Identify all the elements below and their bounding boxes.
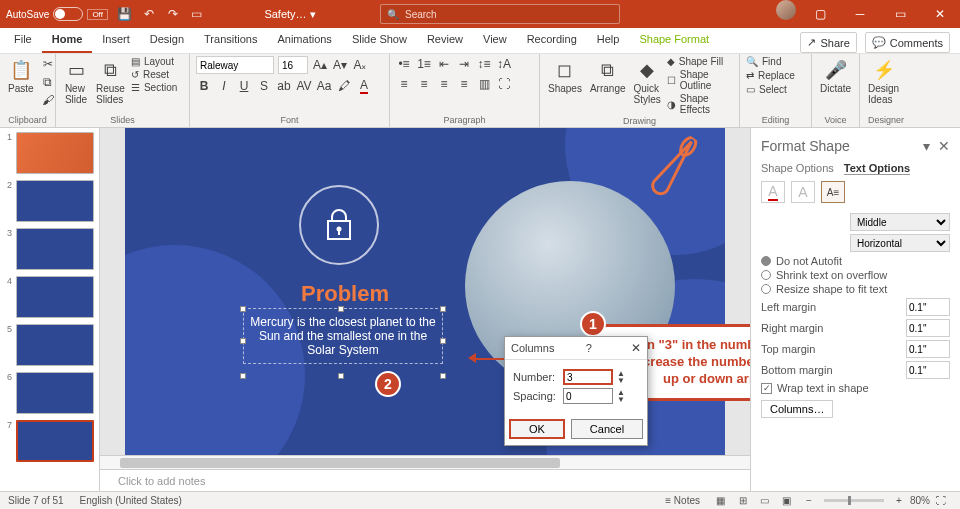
tab-design[interactable]: Design <box>140 28 194 53</box>
line-spacing-icon[interactable]: ↕≡ <box>476 56 492 72</box>
number-input[interactable] <box>563 369 613 385</box>
strike-icon[interactable]: S <box>256 78 272 94</box>
font-color-icon[interactable]: A <box>356 78 372 94</box>
highlight-icon[interactable]: 🖍 <box>336 78 352 94</box>
thumbnail-3[interactable]: 3 <box>2 228 97 270</box>
thumbnail-4[interactable]: 4 <box>2 276 97 318</box>
thumbnail-2[interactable]: 2 <box>2 180 97 222</box>
tab-slideshow[interactable]: Slide Show <box>342 28 417 53</box>
panel-close-icon[interactable]: ✕ <box>938 138 950 154</box>
tab-view[interactable]: View <box>473 28 517 53</box>
italic-icon[interactable]: I <box>216 78 232 94</box>
spinner-icon[interactable]: ▲▼ <box>617 370 625 384</box>
user-avatar[interactable] <box>776 0 796 20</box>
tab-recording[interactable]: Recording <box>517 28 587 53</box>
save-icon[interactable]: 💾 <box>116 5 134 23</box>
panel-dropdown-icon[interactable]: ▾ <box>923 138 930 154</box>
section-button[interactable]: ☰ Section <box>131 82 177 93</box>
align-right-icon[interactable]: ≡ <box>436 76 452 92</box>
autofit-shrink[interactable]: Shrink text on overflow <box>761 269 950 281</box>
dialog-close-icon[interactable]: ✕ <box>631 341 641 355</box>
redo-icon[interactable]: ↷ <box>164 5 182 23</box>
bold-icon[interactable]: B <box>196 78 212 94</box>
tab-shape-format[interactable]: Shape Format <box>629 28 719 53</box>
tab-animations[interactable]: Animations <box>267 28 341 53</box>
tab-home[interactable]: Home <box>42 28 93 53</box>
spacing-input[interactable] <box>563 388 613 404</box>
fit-window-icon[interactable]: ⛶ <box>931 494 951 508</box>
reading-view-icon[interactable]: ▭ <box>755 494 775 508</box>
columns-button[interactable]: Columns… <box>761 400 833 418</box>
replace-button[interactable]: ⇄ Replace <box>746 70 795 81</box>
scroll-thumb[interactable] <box>120 458 560 468</box>
zoom-level[interactable]: 80% <box>910 495 930 506</box>
text-effects-icon[interactable]: A <box>791 181 815 203</box>
columns-icon[interactable]: ▥ <box>476 76 492 92</box>
right-margin-input[interactable] <box>906 319 950 337</box>
slide-canvas[interactable]: Problem Mercury is the closest planet to… <box>100 128 750 455</box>
bullets-icon[interactable]: •≡ <box>396 56 412 72</box>
thumbnail-6[interactable]: 6 <box>2 372 97 414</box>
thumbnail-5[interactable]: 5 <box>2 324 97 366</box>
tab-insert[interactable]: Insert <box>92 28 140 53</box>
text-direction-icon[interactable]: ↕A <box>496 56 512 72</box>
thumbnail-1[interactable]: 1 <box>2 132 97 174</box>
increase-font-icon[interactable]: A▴ <box>312 57 328 73</box>
minimize-button[interactable]: ─ <box>840 0 880 28</box>
search-box[interactable]: 🔍 Search <box>380 4 620 24</box>
spinner-icon[interactable]: ▲▼ <box>617 389 625 403</box>
reuse-slides-button[interactable]: ⧉Reuse Slides <box>94 56 127 107</box>
left-margin-input[interactable] <box>906 298 950 316</box>
help-icon[interactable]: ? <box>586 342 592 354</box>
align-left-icon[interactable]: ≡ <box>396 76 412 92</box>
slideshow-view-icon[interactable]: ▣ <box>777 494 797 508</box>
text-fill-icon[interactable]: A <box>761 181 785 203</box>
notes-pane[interactable]: Click to add notes <box>100 469 750 491</box>
textbox-icon[interactable]: A≡ <box>821 181 845 203</box>
tab-review[interactable]: Review <box>417 28 473 53</box>
dialog-titlebar[interactable]: Columns ? ✕ <box>505 337 647 360</box>
autosave-toggle[interactable] <box>53 7 83 21</box>
shapes-button[interactable]: ◻Shapes <box>546 56 584 96</box>
tab-help[interactable]: Help <box>587 28 630 53</box>
text-options-tab[interactable]: Text Options <box>844 162 910 175</box>
layout-button[interactable]: ▤ Layout <box>131 56 177 67</box>
share-button[interactable]: ↗Share <box>800 32 856 53</box>
find-button[interactable]: 🔍 Find <box>746 56 781 67</box>
justify-icon[interactable]: ≡ <box>456 76 472 92</box>
undo-icon[interactable]: ↶ <box>140 5 158 23</box>
restore-button[interactable]: ▭ <box>880 0 920 28</box>
design-ideas-button[interactable]: ⚡Design Ideas <box>866 56 901 107</box>
tab-file[interactable]: File <box>4 28 42 53</box>
arrange-button[interactable]: ⧉Arrange <box>588 56 628 96</box>
slide-title[interactable]: Problem <box>260 281 430 307</box>
slide-body-text[interactable]: Mercury is the closest planet to the Sun… <box>243 308 443 364</box>
slide-counter[interactable]: Slide 7 of 51 <box>8 495 64 506</box>
bottom-margin-input[interactable] <box>906 361 950 379</box>
indent-dec-icon[interactable]: ⇤ <box>436 56 452 72</box>
notes-toggle[interactable]: ≡ Notes <box>665 495 700 506</box>
horizontal-scrollbar[interactable] <box>100 455 750 469</box>
indent-inc-icon[interactable]: ⇥ <box>456 56 472 72</box>
select-button[interactable]: ▭ Select <box>746 84 787 95</box>
zoom-slider[interactable] <box>824 499 884 502</box>
reset-button[interactable]: ↺ Reset <box>131 69 177 80</box>
top-margin-input[interactable] <box>906 340 950 358</box>
ok-button[interactable]: OK <box>509 419 565 439</box>
autosave[interactable]: AutoSave Off <box>6 7 108 21</box>
close-button[interactable]: ✕ <box>920 0 960 28</box>
copy-icon[interactable]: ⧉ <box>40 74 56 90</box>
wrap-text-checkbox[interactable]: ✓Wrap text in shape <box>761 382 950 394</box>
shape-outline-button[interactable]: ☐ Shape Outline <box>667 69 733 91</box>
font-size-input[interactable] <box>278 56 308 74</box>
shape-effects-button[interactable]: ◑ Shape Effects <box>667 93 733 115</box>
start-slideshow-icon[interactable]: ▭ <box>188 5 206 23</box>
comments-button[interactable]: 💬Comments <box>865 32 950 53</box>
clear-format-icon[interactable]: Aₓ <box>352 57 368 73</box>
align-center-icon[interactable]: ≡ <box>416 76 432 92</box>
numbering-icon[interactable]: 1≡ <box>416 56 432 72</box>
autofit-resize[interactable]: Resize shape to fit text <box>761 283 950 295</box>
quick-styles-button[interactable]: ◆Quick Styles <box>632 56 663 107</box>
char-spacing-icon[interactable]: AV <box>296 78 312 94</box>
valign-select[interactable]: Middle <box>850 213 950 231</box>
